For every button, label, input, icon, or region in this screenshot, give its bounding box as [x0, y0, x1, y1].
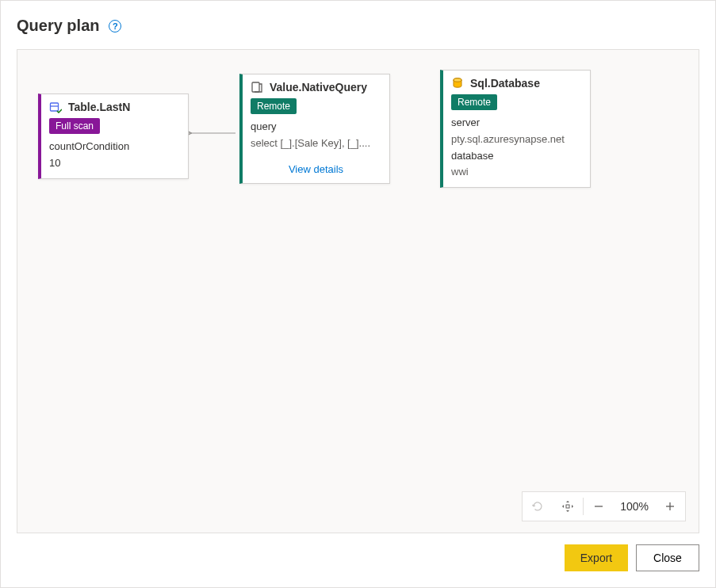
node-sql-database[interactable]: Sql.Database Remote server pty.sql.azure…: [440, 70, 591, 188]
zoom-level: 100%: [614, 500, 655, 513]
reset-icon[interactable]: [523, 492, 553, 521]
help-icon[interactable]: ?: [109, 20, 121, 32]
node-header: Table.LastN: [41, 94, 188, 116]
field-value: 10: [49, 155, 180, 172]
svg-rect-7: [566, 505, 569, 508]
svg-rect-2: [51, 103, 59, 111]
dialog-footer: Export Close: [17, 533, 699, 571]
field-label: server: [451, 115, 582, 132]
zoom-out-icon[interactable]: [584, 492, 614, 521]
svg-point-6: [454, 78, 461, 82]
field-label: database: [451, 148, 582, 165]
zoom-in-icon[interactable]: [655, 492, 685, 521]
script-icon: [251, 81, 263, 94]
close-button[interactable]: Close: [636, 544, 699, 571]
export-button[interactable]: Export: [565, 544, 628, 571]
svg-rect-4: [252, 82, 259, 92]
field-value: select [_].[Sale Key], [_]....: [251, 136, 381, 152]
node-title: Value.NativeQuery: [270, 81, 367, 94]
node-table-lastn[interactable]: Table.LastN Full scan countOrCondition 1…: [38, 94, 189, 179]
node-body: countOrCondition 10: [41, 139, 188, 178]
node-header: Value.NativeQuery: [243, 74, 389, 97]
table-icon: [49, 101, 62, 113]
node-body: query select [_].[Sale Key], [_]....: [243, 119, 389, 158]
node-header: Sql.Database: [443, 71, 590, 93]
field-value: pty.sql.azuresynapse.net: [451, 132, 582, 148]
field-label: countOrCondition: [49, 139, 180, 155]
page-title: Query plan: [17, 17, 99, 35]
query-plan-dialog: Query plan ? Tabl: [0, 0, 716, 588]
fullscan-badge: Full scan: [49, 118, 100, 134]
node-native-query[interactable]: Value.NativeQuery Remote query select [_…: [239, 74, 390, 184]
zoom-toolbar: 100%: [522, 491, 686, 521]
field-label: query: [251, 119, 381, 136]
node-title: Table.LastN: [68, 101, 130, 113]
database-icon: [451, 77, 464, 90]
fit-icon[interactable]: [553, 492, 583, 521]
node-title: Sql.Database: [470, 77, 540, 90]
remote-badge: Remote: [451, 94, 497, 110]
remote-badge: Remote: [251, 98, 297, 114]
node-body: server pty.sql.azuresynapse.net database…: [443, 115, 590, 187]
field-value: wwi: [451, 164, 582, 181]
dialog-header: Query plan ?: [17, 17, 699, 35]
plan-canvas[interactable]: Table.LastN Full scan countOrCondition 1…: [17, 49, 699, 533]
view-details-link[interactable]: View details: [243, 158, 389, 183]
